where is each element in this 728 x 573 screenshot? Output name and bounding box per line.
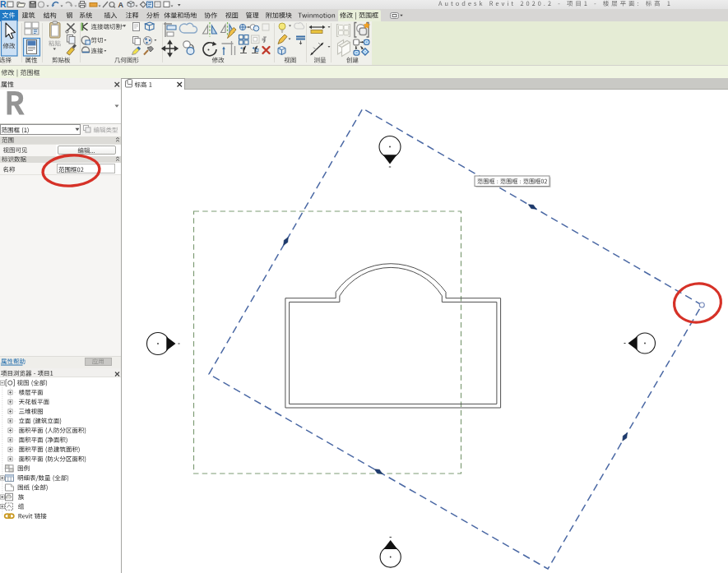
svg-text:A: A [118,1,124,9]
svg-text:R: R [0,0,7,9]
